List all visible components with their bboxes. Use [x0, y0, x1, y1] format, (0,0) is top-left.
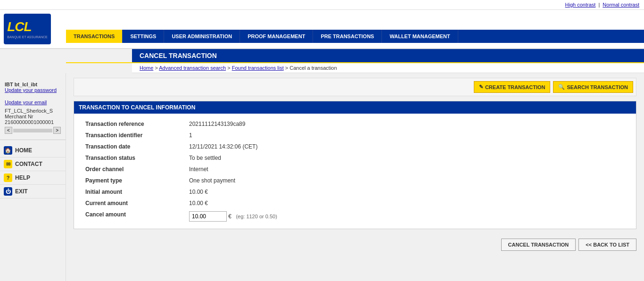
nav-area: TRANSACTIONS SETTINGS USER ADMINISTRATIO… [66, 16, 644, 43]
sidebar-username: IBT bt_lcl_ibt [5, 82, 61, 87]
sidebar-scroll-right[interactable]: > [53, 127, 61, 134]
field-value-ref: 20211112143139ca89 [185, 118, 628, 130]
cancel-amount-input[interactable] [189, 211, 227, 222]
create-transaction-label: CREATE TRANSACTION [485, 84, 545, 90]
sidebar-item-home[interactable]: 🏠 HOME [0, 144, 66, 157]
info-table: Transaction reference 20211112143139ca89… [82, 118, 628, 224]
sidebar-nav: 🏠 HOME ✉ CONTACT ? HELP ⏻ EXIT [0, 144, 66, 198]
search-transaction-button[interactable]: 🔍 SEARCH TRANSACTION [553, 81, 633, 93]
field-label-initial: Initial amount [82, 186, 185, 198]
nav-transactions[interactable]: TRANSACTIONS [66, 30, 123, 43]
sidebar-merchant-name: FT_LCL_Sherlock_S Merchant Nr 2160000000… [5, 108, 61, 125]
search-transaction-label: SEARCH TRANSACTION [567, 84, 628, 90]
field-value-id: 1 [185, 130, 628, 141]
field-value-status: To be settled [185, 152, 628, 164]
exit-icon: ⏻ [4, 187, 12, 196]
logo-subtitle: BANQUE ET ASSURANCE [7, 35, 47, 39]
breadcrumb-sep1: > [153, 65, 159, 71]
field-label-status: Transaction status [82, 152, 185, 164]
section-header: TRANSACTION TO CANCEL INFORMATION [74, 101, 636, 114]
sidebar-item-contact[interactable]: ✉ CONTACT [0, 157, 66, 171]
contact-icon: ✉ [4, 160, 12, 168]
transaction-info-section: TRANSACTION TO CANCEL INFORMATION Transa… [74, 101, 636, 229]
sidebar-user-info: IBT bt_lcl_ibt Update your password Upda… [0, 78, 66, 140]
table-row: Payment type One shot payment [82, 175, 628, 186]
nav-wallet-mgmt[interactable]: WALLET MANAGEMENT [382, 30, 458, 43]
cancel-amount-row: Cancel amount € (eg: 1120 or 0.50) [82, 209, 628, 224]
table-row: Order channel Internet [82, 164, 628, 175]
breadcrumb-sep2: > [226, 65, 232, 71]
action-bar: CANCEL TRANSACTION << BACK TO LIST [74, 234, 636, 256]
sidebar-item-exit[interactable]: ⏻ EXIT [0, 185, 66, 198]
sidebar: IBT bt_lcl_ibt Update your password Upda… [0, 73, 66, 281]
sidebar-scroll-left[interactable]: < [5, 127, 12, 134]
nav-bar: TRANSACTIONS SETTINGS USER ADMINISTRATIO… [66, 30, 644, 43]
sidebar-scroll: < > [5, 127, 61, 134]
cancel-currency: € [228, 213, 231, 220]
table-row: Transaction identifier 1 [82, 130, 628, 141]
sidebar-item-help[interactable]: ? HELP [0, 171, 66, 185]
sidebar-update-password[interactable]: Update your password [5, 87, 61, 93]
table-row: Transaction date 12/11/2021 14:32:06 (CE… [82, 141, 628, 152]
cancel-amount-label: Cancel amount [82, 209, 185, 224]
home-icon: 🏠 [4, 146, 12, 155]
field-label-payment: Payment type [82, 175, 185, 186]
header: LCL BANQUE ET ASSURANCE TRANSACTIONS SET… [0, 10, 644, 49]
field-label-current: Current amount [82, 198, 185, 209]
section-title: TRANSACTION TO CANCEL INFORMATION [79, 104, 195, 111]
sidebar-home-label: HOME [15, 147, 32, 154]
nav-settings[interactable]: SETTINGS [123, 30, 164, 43]
toolbar: ✎ CREATE TRANSACTION 🔍 SEARCH TRANSACTIO… [74, 78, 636, 96]
nav-top-space [66, 16, 644, 30]
main-layout: IBT bt_lcl_ibt Update your password Upda… [0, 73, 644, 281]
sidebar-exit-label: EXIT [15, 188, 28, 195]
nav-pre-trans[interactable]: PRE TRANSACTIONS [313, 30, 382, 43]
logo-text: LCL [7, 19, 47, 34]
cancel-amount-cell: € (eg: 1120 or 0.50) [185, 209, 628, 224]
table-row: Initial amount 10.00 € [82, 186, 628, 198]
field-value-payment: One shot payment [185, 175, 628, 186]
page-title-bar: CANCEL TRANSACTION [132, 49, 644, 62]
contrast-separator: | [598, 2, 600, 8]
table-row: Transaction reference 20211112143139ca89 [82, 118, 628, 130]
top-bar: High contrast | Normal contrast [0, 0, 644, 10]
field-label-id: Transaction identifier [82, 130, 185, 141]
help-icon: ? [4, 174, 12, 182]
search-icon: 🔍 [558, 84, 565, 90]
content-area: ✎ CREATE TRANSACTION 🔍 SEARCH TRANSACTIO… [66, 73, 644, 281]
back-to-list-button[interactable]: << BACK TO LIST [578, 239, 636, 251]
create-icon: ✎ [479, 84, 483, 90]
breadcrumb-sep3: > Cancel a transaction [284, 65, 337, 71]
section-body: Transaction reference 20211112143139ca89… [74, 114, 636, 229]
table-row: Current amount 10.00 € [82, 198, 628, 209]
field-label-date: Transaction date [82, 141, 185, 152]
field-value-date: 12/11/2021 14:32:06 (CET) [185, 141, 628, 152]
nav-user-admin[interactable]: USER ADMINISTRATION [164, 30, 240, 43]
field-value-channel: Internet [185, 164, 628, 175]
field-label-ref: Transaction reference [82, 118, 185, 130]
sidebar-help-label: HELP [15, 174, 30, 181]
create-transaction-button[interactable]: ✎ CREATE TRANSACTION [474, 81, 551, 93]
cancel-hint: (eg: 1120 or 0.50) [236, 214, 277, 219]
sidebar-scrollbar[interactable] [13, 129, 52, 132]
breadcrumb-home[interactable]: Home [140, 65, 153, 71]
table-row: Transaction status To be settled [82, 152, 628, 164]
breadcrumb: Home > Advanced transaction search > Fou… [132, 63, 644, 73]
cancel-transaction-button[interactable]: CANCEL TRANSACTION [501, 239, 576, 251]
nav-proof-mgmt[interactable]: PROOF MANAGEMENT [240, 30, 313, 43]
breadcrumb-found-list[interactable]: Found transactions list [232, 65, 284, 71]
breadcrumb-adv-search[interactable]: Advanced transaction search [159, 65, 226, 71]
normal-contrast-link[interactable]: Normal contrast [603, 2, 639, 8]
field-label-channel: Order channel [82, 164, 185, 175]
sidebar-contact-label: CONTACT [15, 161, 42, 167]
field-value-initial: 10.00 € [185, 186, 628, 198]
logo-box: LCL BANQUE ET ASSURANCE [4, 14, 51, 44]
field-value-current: 10.00 € [185, 198, 628, 209]
page-title: CANCEL TRANSACTION [140, 52, 636, 59]
logo-area: LCL BANQUE ET ASSURANCE [0, 10, 66, 48]
sidebar-update-email[interactable]: Update your email [5, 99, 61, 105]
high-contrast-link[interactable]: High contrast [565, 2, 596, 8]
